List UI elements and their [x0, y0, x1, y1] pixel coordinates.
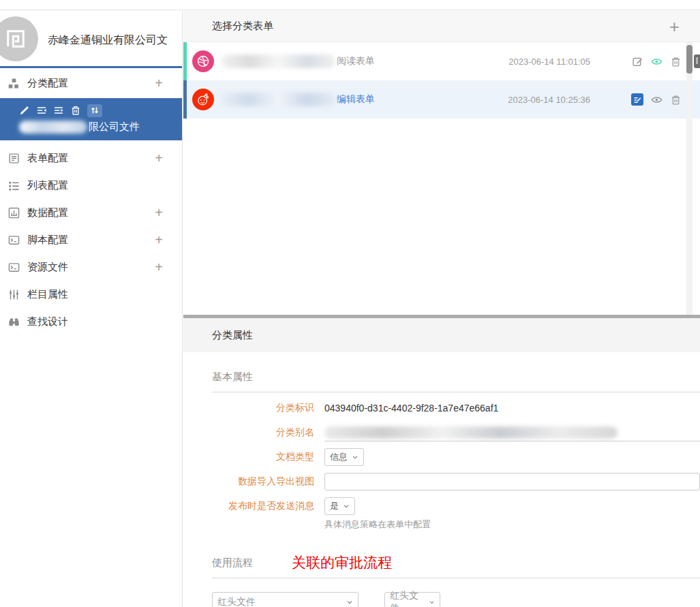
- doc-type-select[interactable]: 信息: [324, 448, 364, 466]
- sliders-icon: [7, 287, 20, 301]
- preview-eye-icon[interactable]: [650, 55, 663, 67]
- basic-section-title: 基本属性: [212, 371, 700, 384]
- row-actions: [631, 55, 682, 67]
- chevron-down-icon: [352, 454, 359, 461]
- sidebar-item-label: 表单配置: [27, 152, 68, 165]
- node-title-line: 限公司文件: [19, 121, 182, 134]
- preview-eye-icon[interactable]: [650, 93, 663, 106]
- field-publish-msg: 发布时是否发送消息 是: [212, 497, 700, 515]
- field-category-id: 分类标识 043940f0-d31c-4402-9f28-1a7e47e66af…: [212, 399, 700, 417]
- publish-msg-hint-row: 具体消息策略在表单中配置: [212, 518, 700, 531]
- clipped-clipboard-icon: [694, 55, 700, 68]
- form-name-suffix: 阅读表单: [337, 55, 375, 67]
- sidebar-item-label: 栏目属性: [27, 288, 68, 301]
- org-header: 赤峰金通铜业有限公司文: [0, 11, 182, 66]
- plus-icon[interactable]: +: [155, 260, 163, 274]
- plus-icon[interactable]: +: [155, 206, 163, 219]
- publish-msg-label: 发布时是否发送消息: [212, 500, 314, 512]
- flow-select-wide-value: 红头文件: [217, 596, 256, 607]
- tree-icon: [7, 76, 20, 90]
- window-top-strip: [0, 0, 700, 10]
- node-label: 限公司文件: [89, 121, 140, 134]
- sidebar-item-data-config[interactable]: 数据配置 +: [0, 199, 182, 226]
- sidebar-item-list-config[interactable]: 列表配置: [0, 172, 182, 199]
- sidebar-item-label: 列表配置: [27, 179, 68, 192]
- flow-select-narrow-value: 红头文件: [390, 590, 425, 607]
- sidebar-item-search-design[interactable]: 查找设计: [0, 308, 182, 335]
- publish-msg-select[interactable]: 是: [324, 497, 355, 515]
- properties-header: 分类属性: [183, 318, 700, 352]
- publish-msg-value: 是: [330, 500, 339, 512]
- bar-chart-icon: [7, 206, 20, 219]
- flow-select-narrow[interactable]: 红头文件: [384, 592, 440, 607]
- main-area: 选择分类表单 + 阅读表单 2023-06-14 11:01:05: [183, 11, 700, 607]
- dribbble-avatar-icon: [192, 50, 214, 72]
- section-divider: [212, 392, 700, 392]
- form-row-read[interactable]: 阅读表单 2023-06-14 11:01:05: [183, 42, 700, 80]
- hint-spacer: [212, 518, 324, 531]
- chevron-down-icon: [346, 599, 353, 606]
- delete-icon[interactable]: [669, 93, 682, 106]
- vertical-scrollbar[interactable]: [686, 42, 693, 315]
- properties-title: 分类属性: [212, 329, 253, 342]
- chevron-down-icon: [343, 503, 350, 510]
- sidebar-item-column-props[interactable]: 栏目属性: [0, 281, 182, 308]
- edit-pencil-icon[interactable]: [19, 105, 30, 116]
- form-name-suffix: 编辑表单: [337, 93, 375, 106]
- sidebar-item-label: 数据配置: [27, 206, 68, 219]
- add-form-button[interactable]: +: [669, 18, 680, 35]
- plus-icon[interactable]: +: [155, 76, 163, 90]
- sidebar-item-label: 分类配置: [27, 77, 68, 90]
- flow-select-wide[interactable]: 红头文件: [212, 592, 359, 607]
- redacted-alias-value: [324, 426, 618, 439]
- flow-section-title: 使用流程: [212, 557, 253, 570]
- sidebar-item-form-config[interactable]: 表单配置 +: [0, 144, 182, 172]
- sidebar-item-label: 资源文件: [27, 261, 68, 274]
- category-id-value: 043940f0-d31c-4402-9f28-1a7e47e66af1: [324, 403, 498, 414]
- edit-form-icon-active[interactable]: [631, 93, 643, 106]
- category-alias-input[interactable]: [324, 424, 700, 441]
- row-stripe: [183, 42, 187, 80]
- edit-form-icon[interactable]: [631, 55, 643, 67]
- plus-icon[interactable]: +: [155, 233, 163, 247]
- properties-body: 基本属性 分类标识 043940f0-d31c-4402-9f28-1a7e47…: [183, 352, 700, 607]
- publish-msg-hint: 具体消息策略在表单中配置: [324, 518, 431, 531]
- sidebar: 赤峰金通铜业有限公司文 分类配置 + 限公司文件 表单配置 +: [0, 11, 183, 607]
- data-view-label: 数据导入导出视图: [212, 476, 314, 488]
- scrollbar-thumb[interactable]: [686, 45, 693, 74]
- redacted-node-name: [19, 121, 87, 134]
- form-date: 2023-06-14 10:25:36: [508, 95, 590, 105]
- sidebar-item-resource-files[interactable]: 资源文件 +: [0, 253, 182, 281]
- sidebar-item-category-config[interactable]: 分类配置 +: [0, 68, 182, 98]
- row-stripe: [183, 80, 187, 119]
- doc-type-label: 文档类型: [212, 451, 314, 463]
- reddit-avatar-icon: [192, 89, 214, 110]
- form-row-edit[interactable]: 编辑表单 2023-06-14 10:25:36: [183, 80, 700, 119]
- chevron-down-icon: [429, 599, 435, 606]
- form-icon: [7, 151, 20, 165]
- terminal-icon: [7, 233, 20, 247]
- form-list-header: 选择分类表单 +: [183, 11, 700, 42]
- category-alias-label: 分类别名: [212, 426, 314, 439]
- delete-icon[interactable]: [669, 55, 682, 67]
- redacted-form-name: [221, 93, 335, 106]
- sidebar-item-script-config[interactable]: 脚本配置 +: [0, 226, 182, 253]
- delete-icon[interactable]: [70, 105, 81, 116]
- list-collapse-icon[interactable]: [36, 105, 47, 116]
- field-data-view: 数据导入导出视图: [212, 473, 700, 491]
- list-icon: [7, 178, 20, 192]
- row-actions: [631, 93, 682, 106]
- doc-type-value: 信息: [330, 451, 348, 463]
- form-list-title: 选择分类表单: [212, 20, 273, 33]
- node-toolbar: [19, 103, 182, 118]
- sort-order-icon[interactable]: [87, 104, 102, 117]
- form-list-rows: 阅读表单 2023-06-14 11:01:05 编辑表单 202: [183, 42, 700, 119]
- plus-icon[interactable]: +: [155, 151, 163, 165]
- list-expand-icon[interactable]: [53, 105, 64, 116]
- data-view-input[interactable]: [324, 473, 700, 491]
- binoculars-icon: [7, 315, 20, 328]
- sidebar-selected-node[interactable]: 限公司文件: [0, 98, 182, 140]
- flow-annotation: 关联的审批流程: [292, 555, 392, 570]
- org-title: 赤峰金通铜业有限公司文: [48, 33, 168, 48]
- section-divider: [212, 578, 700, 578]
